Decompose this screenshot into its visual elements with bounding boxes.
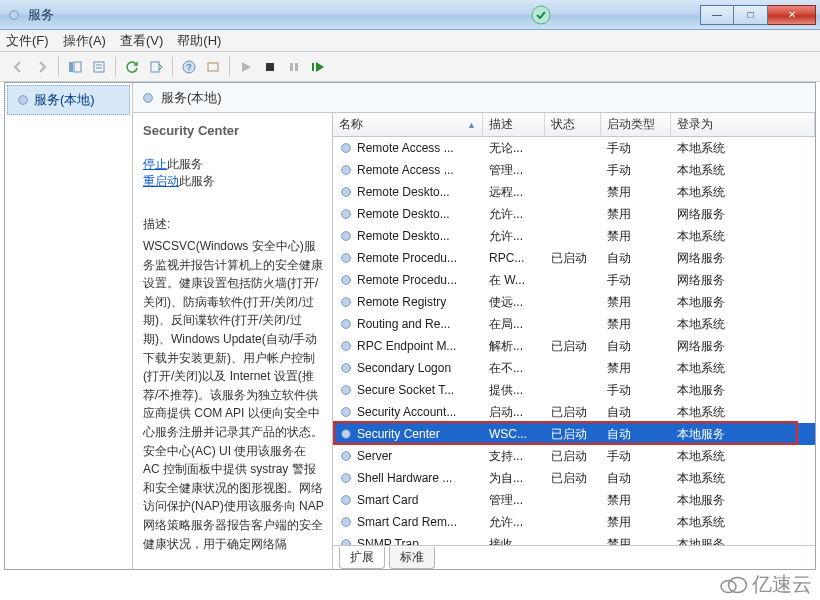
properties-button[interactable] — [87, 55, 111, 79]
help-button[interactable]: ? — [177, 55, 201, 79]
cell-name: Shell Hardware ... — [357, 471, 452, 485]
cell-logon: 本地服务 — [671, 426, 815, 443]
gear-icon — [339, 361, 353, 375]
column-header-state[interactable]: 状态 — [545, 113, 601, 136]
cell-name: Remote Deskto... — [357, 185, 450, 199]
service-row[interactable]: RPC Endpoint M...解析...已启动自动网络服务 — [333, 335, 815, 357]
tab-extended[interactable]: 扩展 — [339, 547, 385, 569]
tree-root-services-local[interactable]: 服务(本地) — [7, 85, 130, 115]
cell-name: RPC Endpoint M... — [357, 339, 456, 353]
svg-point-1 — [532, 6, 550, 24]
tab-standard[interactable]: 标准 — [389, 547, 435, 569]
cell-logon: 本地系统 — [671, 228, 815, 245]
service-row[interactable]: Secondary Logon在不...禁用本地系统 — [333, 357, 815, 379]
cell-logon: 本地系统 — [671, 140, 815, 157]
start-service-button[interactable] — [234, 55, 258, 79]
service-row[interactable]: Remote Deskto...允许...禁用本地系统 — [333, 225, 815, 247]
menu-action[interactable]: 操作(A) — [63, 32, 106, 50]
tree-pane: 服务(本地) — [5, 83, 133, 569]
cell-desc: 无论... — [483, 140, 545, 157]
service-row[interactable]: Routing and Re...在局...禁用本地系统 — [333, 313, 815, 335]
service-row[interactable]: Remote Procedu...RPC...已启动自动网络服务 — [333, 247, 815, 269]
cell-desc: 管理... — [483, 162, 545, 179]
maximize-button[interactable]: □ — [734, 5, 768, 25]
service-row[interactable]: Smart Card管理...禁用本地服务 — [333, 489, 815, 511]
gear-icon — [339, 251, 353, 265]
service-row[interactable]: Remote Registry使远...禁用本地服务 — [333, 291, 815, 313]
cell-name: Remote Procedu... — [357, 251, 457, 265]
cell-start: 自动 — [601, 404, 671, 421]
menu-file[interactable]: 文件(F) — [6, 32, 49, 50]
cell-name: Remote Access ... — [357, 141, 454, 155]
list-scroll-area[interactable]: Remote Access ...无论...手动本地系统Remote Acces… — [333, 137, 815, 569]
svg-point-23 — [342, 276, 351, 285]
svg-point-32 — [342, 474, 351, 483]
gear-icon — [339, 427, 353, 441]
service-row[interactable]: Smart Card Rem...允许...禁用本地系统 — [333, 511, 815, 533]
gear-icon — [339, 515, 353, 529]
restart-service-button[interactable] — [306, 55, 330, 79]
service-list: 名称▲ 描述 状态 启动类型 登录为 Remote Access ...无论..… — [333, 113, 815, 569]
cell-start: 手动 — [601, 162, 671, 179]
close-button[interactable]: ✕ — [768, 5, 816, 25]
cell-start: 禁用 — [601, 206, 671, 223]
service-row[interactable]: Server支持...已启动手动本地系统 — [333, 445, 815, 467]
cell-desc: WSC... — [483, 427, 545, 441]
cell-name: Smart Card — [357, 493, 418, 507]
cell-desc: 允许... — [483, 206, 545, 223]
service-row[interactable]: Security CenterWSC...已启动自动本地服务 — [333, 423, 815, 445]
cell-logon: 本地系统 — [671, 448, 815, 465]
gear-icon — [339, 383, 353, 397]
restart-service-link[interactable]: 重启动 — [143, 174, 179, 188]
gear-icon — [339, 185, 353, 199]
service-row[interactable]: Shell Hardware ...为自...已启动自动本地系统 — [333, 467, 815, 489]
cell-start: 自动 — [601, 338, 671, 355]
column-header-name[interactable]: 名称▲ — [333, 113, 483, 136]
toolbar-extra-icon[interactable] — [201, 55, 225, 79]
cell-logon: 本地服务 — [671, 382, 815, 399]
cell-logon: 本地系统 — [671, 470, 815, 487]
svg-rect-14 — [312, 63, 314, 71]
stop-tail: 此服务 — [167, 157, 203, 171]
service-row[interactable]: Remote Procedu...在 W...手动网络服务 — [333, 269, 815, 291]
svg-point-17 — [342, 144, 351, 153]
svg-point-37 — [729, 577, 747, 592]
gear-icon — [16, 93, 30, 107]
cell-name: Server — [357, 449, 392, 463]
show-hide-tree-button[interactable] — [63, 55, 87, 79]
cell-logon: 本地系统 — [671, 184, 815, 201]
service-row[interactable]: Security Account...启动...已启动自动本地系统 — [333, 401, 815, 423]
cell-start: 手动 — [601, 448, 671, 465]
column-header-logon[interactable]: 登录为 — [671, 113, 815, 136]
service-row[interactable]: Remote Deskto...远程...禁用本地系统 — [333, 181, 815, 203]
description-text: WSCSVC(Windows 安全中心)服务监视并报告计算机上的安全健康设置。健… — [143, 237, 324, 553]
cell-logon: 网络服务 — [671, 250, 815, 267]
column-header-desc[interactable]: 描述 — [483, 113, 545, 136]
export-list-button[interactable] — [144, 55, 168, 79]
stop-service-link[interactable]: 停止 — [143, 157, 167, 171]
menu-view[interactable]: 查看(V) — [120, 32, 163, 50]
service-row[interactable]: Remote Deskto...允许...禁用网络服务 — [333, 203, 815, 225]
refresh-button[interactable] — [120, 55, 144, 79]
stop-service-button[interactable] — [258, 55, 282, 79]
menu-help[interactable]: 帮助(H) — [177, 32, 221, 50]
gear-icon — [339, 339, 353, 353]
cell-start: 自动 — [601, 426, 671, 443]
cell-state: 已启动 — [545, 470, 601, 487]
minimize-button[interactable]: — — [700, 5, 734, 25]
service-row[interactable]: Secure Socket T...提供...手动本地服务 — [333, 379, 815, 401]
column-header-start[interactable]: 启动类型 — [601, 113, 671, 136]
taskbar-shield-icon — [522, 4, 560, 26]
svg-rect-7 — [151, 62, 159, 72]
pause-service-button[interactable] — [282, 55, 306, 79]
svg-point-29 — [342, 408, 351, 417]
cell-start: 自动 — [601, 470, 671, 487]
cell-start: 自动 — [601, 250, 671, 267]
service-row[interactable]: Remote Access ...无论...手动本地系统 — [333, 137, 815, 159]
toolbar: ? — [0, 52, 820, 82]
svg-point-28 — [342, 386, 351, 395]
nav-back-button[interactable] — [6, 55, 30, 79]
nav-forward-button[interactable] — [30, 55, 54, 79]
service-row[interactable]: Remote Access ...管理...手动本地系统 — [333, 159, 815, 181]
svg-text:?: ? — [186, 62, 191, 72]
